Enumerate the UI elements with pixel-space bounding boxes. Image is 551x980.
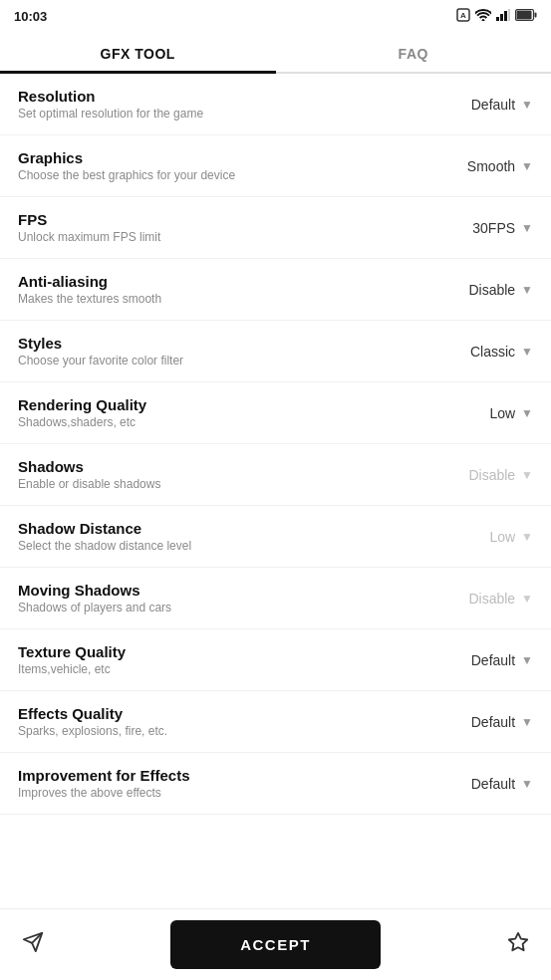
setting-desc-improvement-effects: Improves the above effects — [18, 786, 433, 800]
setting-title-graphics: Graphics — [18, 149, 433, 166]
setting-title-effects-quality: Effects Quality — [18, 705, 433, 722]
setting-label-rendering-quality: Rendering QualityShadows,shaders, etc — [18, 396, 433, 429]
chevron-down-icon-effects-quality: ▼ — [521, 715, 533, 729]
setting-title-shadow-distance: Shadow Distance — [18, 520, 433, 537]
setting-row-anti-aliasing[interactable]: Anti-aliasingMakes the textures smoothDi… — [0, 259, 551, 321]
setting-row-shadow-distance[interactable]: Shadow DistanceSelect the shadow distanc… — [0, 506, 551, 568]
setting-value-fps: 30FPS — [472, 220, 515, 236]
setting-control-shadow-distance[interactable]: Low▼ — [433, 529, 533, 545]
setting-desc-rendering-quality: Shadows,shaders, etc — [18, 415, 433, 429]
setting-label-resolution: ResolutionSet optimal resolution for the… — [18, 88, 433, 121]
setting-desc-shadows: Enable or disable shadows — [18, 477, 433, 491]
setting-label-shadow-distance: Shadow DistanceSelect the shadow distanc… — [18, 520, 433, 553]
setting-label-effects-quality: Effects QualitySparks, explosions, fire,… — [18, 705, 433, 738]
setting-row-texture-quality[interactable]: Texture QualityItems,vehicle, etcDefault… — [0, 629, 551, 691]
setting-value-effects-quality: Default — [471, 714, 515, 730]
svg-marker-11 — [509, 932, 527, 949]
share-button[interactable] — [22, 931, 44, 959]
header-tabs: GFX TOOL FAQ — [0, 32, 551, 74]
setting-control-resolution[interactable]: Default▼ — [433, 97, 533, 113]
setting-value-rendering-quality: Low — [489, 405, 515, 421]
setting-desc-anti-aliasing: Makes the textures smooth — [18, 292, 433, 306]
setting-row-resolution[interactable]: ResolutionSet optimal resolution for the… — [0, 74, 551, 135]
setting-row-graphics[interactable]: GraphicsChoose the best graphics for you… — [0, 135, 551, 197]
chevron-down-icon-improvement-effects: ▼ — [521, 777, 533, 791]
setting-title-styles: Styles — [18, 335, 433, 352]
setting-label-improvement-effects: Improvement for EffectsImproves the abov… — [18, 767, 433, 800]
setting-value-graphics: Smooth — [467, 158, 515, 174]
chevron-down-icon-graphics: ▼ — [521, 159, 533, 173]
setting-row-improvement-effects[interactable]: Improvement for EffectsImproves the abov… — [0, 753, 551, 815]
setting-value-shadows: Disable — [468, 467, 515, 483]
setting-control-moving-shadows[interactable]: Disable▼ — [433, 591, 533, 607]
setting-label-shadows: ShadowsEnable or disable shadows — [18, 458, 433, 491]
setting-value-anti-aliasing: Disable — [468, 282, 515, 298]
tab-gfx-tool[interactable]: GFX TOOL — [0, 32, 276, 72]
a-icon: A — [456, 8, 470, 25]
setting-label-graphics: GraphicsChoose the best graphics for you… — [18, 149, 433, 182]
setting-row-effects-quality[interactable]: Effects QualitySparks, explosions, fire,… — [0, 691, 551, 753]
setting-control-rendering-quality[interactable]: Low▼ — [433, 405, 533, 421]
status-time: 10:03 — [14, 9, 47, 24]
setting-control-fps[interactable]: 30FPS▼ — [433, 220, 533, 236]
setting-desc-effects-quality: Sparks, explosions, fire, etc. — [18, 724, 433, 738]
setting-control-graphics[interactable]: Smooth▼ — [433, 158, 533, 174]
battery-icon — [515, 9, 537, 24]
setting-value-moving-shadows: Disable — [468, 591, 515, 607]
svg-rect-3 — [500, 14, 503, 21]
setting-row-moving-shadows[interactable]: Moving ShadowsShadows of players and car… — [0, 568, 551, 629]
wifi-icon — [475, 9, 491, 24]
chevron-down-icon-texture-quality: ▼ — [521, 653, 533, 667]
setting-title-moving-shadows: Moving Shadows — [18, 582, 433, 599]
svg-rect-7 — [535, 12, 537, 17]
svg-rect-5 — [508, 9, 510, 21]
chevron-down-icon-resolution: ▼ — [521, 98, 533, 112]
setting-title-resolution: Resolution — [18, 88, 433, 105]
chevron-down-icon-anti-aliasing: ▼ — [521, 283, 533, 297]
tab-faq[interactable]: FAQ — [276, 32, 552, 72]
setting-desc-moving-shadows: Shadows of players and cars — [18, 601, 433, 614]
setting-row-shadows[interactable]: ShadowsEnable or disable shadowsDisable▼ — [0, 444, 551, 506]
setting-row-rendering-quality[interactable]: Rendering QualityShadows,shaders, etcLow… — [0, 382, 551, 444]
chevron-down-icon-rendering-quality: ▼ — [521, 406, 533, 420]
svg-rect-2 — [496, 17, 499, 21]
setting-control-shadows[interactable]: Disable▼ — [433, 467, 533, 483]
status-bar: 10:03 A — [0, 0, 551, 32]
setting-label-texture-quality: Texture QualityItems,vehicle, etc — [18, 643, 433, 676]
setting-value-shadow-distance: Low — [489, 529, 515, 545]
chevron-down-icon-shadow-distance: ▼ — [521, 530, 533, 544]
bottom-bar: ACCEPT — [0, 908, 551, 980]
setting-label-styles: StylesChoose your favorite color filter — [18, 335, 433, 368]
setting-control-anti-aliasing[interactable]: Disable▼ — [433, 282, 533, 298]
setting-label-moving-shadows: Moving ShadowsShadows of players and car… — [18, 582, 433, 614]
signal-icon — [496, 9, 510, 24]
setting-row-fps[interactable]: FPSUnlock maximum FPS limit30FPS▼ — [0, 197, 551, 259]
setting-value-improvement-effects: Default — [471, 776, 515, 792]
setting-desc-fps: Unlock maximum FPS limit — [18, 230, 433, 244]
settings-list: ResolutionSet optimal resolution for the… — [0, 74, 551, 815]
setting-desc-shadow-distance: Select the shadow distance level — [18, 539, 433, 553]
setting-label-fps: FPSUnlock maximum FPS limit — [18, 211, 433, 244]
setting-title-rendering-quality: Rendering Quality — [18, 396, 433, 413]
setting-desc-resolution: Set optimal resolution for the game — [18, 107, 433, 121]
favorite-button[interactable] — [507, 931, 529, 959]
setting-value-resolution: Default — [471, 97, 515, 113]
setting-control-improvement-effects[interactable]: Default▼ — [433, 776, 533, 792]
svg-rect-4 — [504, 11, 507, 21]
setting-desc-graphics: Choose the best graphics for your device — [18, 168, 433, 182]
setting-control-effects-quality[interactable]: Default▼ — [433, 714, 533, 730]
accept-button[interactable]: ACCEPT — [170, 920, 381, 969]
setting-value-styles: Classic — [470, 344, 515, 360]
setting-desc-styles: Choose your favorite color filter — [18, 354, 433, 368]
svg-rect-8 — [517, 10, 532, 19]
setting-row-styles[interactable]: StylesChoose your favorite color filterC… — [0, 321, 551, 382]
setting-title-improvement-effects: Improvement for Effects — [18, 767, 433, 784]
setting-control-texture-quality[interactable]: Default▼ — [433, 652, 533, 668]
chevron-down-icon-shadows: ▼ — [521, 468, 533, 482]
chevron-down-icon-moving-shadows: ▼ — [521, 592, 533, 606]
setting-value-texture-quality: Default — [471, 652, 515, 668]
svg-text:A: A — [460, 11, 466, 20]
status-icons: A — [456, 8, 537, 25]
setting-control-styles[interactable]: Classic▼ — [433, 344, 533, 360]
setting-desc-texture-quality: Items,vehicle, etc — [18, 662, 433, 676]
